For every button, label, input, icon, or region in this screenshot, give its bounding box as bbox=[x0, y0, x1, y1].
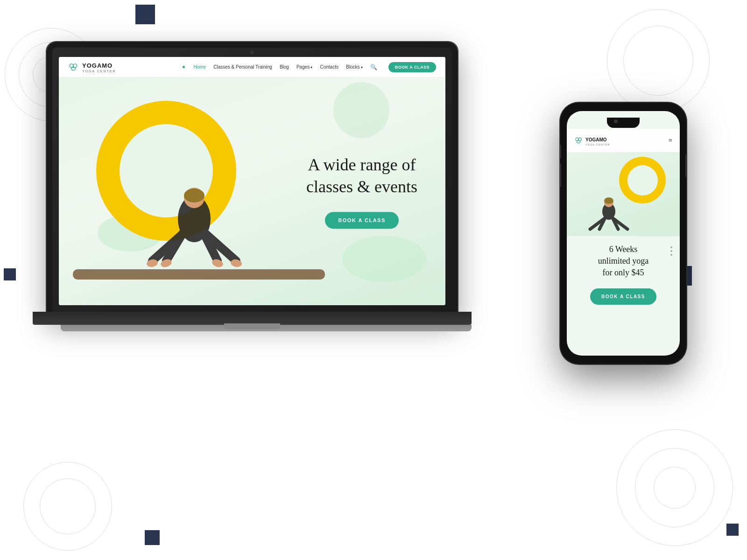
svg-point-2 bbox=[71, 67, 76, 70]
hero-blob-2 bbox=[342, 236, 426, 282]
heading-line1: A wide range of bbox=[308, 155, 416, 174]
phone-logo-sub: YOGA CENTER bbox=[585, 143, 610, 146]
laptop-site-nav: YOGAMO YOGA CENTER Home Classes & Person… bbox=[59, 57, 445, 77]
laptop-base bbox=[33, 312, 472, 325]
phone-button-vol-down bbox=[559, 163, 561, 187]
laptop-camera bbox=[250, 50, 254, 54]
phone-promo-content: 6 Weeks unlimited yoga for only $45 BOOK… bbox=[567, 236, 680, 312]
laptop-hinge bbox=[224, 323, 280, 329]
laptop-screen: YOGAMO YOGA CENTER Home Classes & Person… bbox=[59, 57, 445, 305]
laptop-logo-sub: YOGA CENTER bbox=[82, 70, 116, 73]
promo-line3: for only $45 bbox=[603, 268, 644, 277]
search-icon[interactable]: 🔍 bbox=[370, 64, 377, 70]
phone-logo: YOGAMO YOGA CENTER bbox=[574, 135, 610, 146]
laptop-logo-name: YOGAMO bbox=[82, 62, 113, 69]
svg-point-16 bbox=[577, 140, 580, 143]
laptop-hero-heading: A wide range of classes & events bbox=[306, 154, 417, 198]
nav-blog[interactable]: Blog bbox=[280, 64, 289, 70]
nav-home[interactable]: Home bbox=[194, 64, 206, 70]
dark-square-2 bbox=[4, 268, 16, 280]
phone-button-power bbox=[685, 154, 687, 177]
phone-screen: YOGAMO YOGA CENTER ≡ bbox=[567, 111, 680, 356]
deco-ring-br3 bbox=[654, 467, 696, 509]
phone-book-btn[interactable]: BOOK A CLASS bbox=[590, 288, 656, 305]
phone-dot-2 bbox=[670, 250, 672, 252]
laptop: YOGAMO YOGA CENTER Home Classes & Person… bbox=[47, 42, 458, 378]
phone-logo-icon bbox=[574, 136, 583, 145]
phone-notch bbox=[607, 118, 640, 128]
svg-point-1 bbox=[73, 63, 77, 67]
svg-point-9 bbox=[184, 189, 204, 203]
svg-point-0 bbox=[70, 63, 73, 67]
laptop-hero-text: A wide range of classes & events BOOK A … bbox=[306, 154, 417, 229]
phone-dot-3 bbox=[670, 254, 672, 256]
laptop-logo-icon bbox=[68, 62, 78, 72]
laptop-hero: A wide range of classes & events BOOK A … bbox=[59, 77, 445, 305]
phone-button-vol-up bbox=[559, 145, 561, 159]
phone-camera bbox=[614, 119, 618, 123]
laptop-logo: YOGAMO YOGA CENTER bbox=[68, 61, 116, 73]
dark-square-4 bbox=[145, 530, 160, 545]
phone-body: YOGAMO YOGA CENTER ≡ bbox=[560, 103, 686, 364]
scene: YOGAMO YOGA CENTER Home Classes & Person… bbox=[0, 0, 747, 560]
nav-blocks[interactable]: Blocks bbox=[346, 64, 363, 70]
svg-point-23 bbox=[604, 197, 613, 204]
phone-nav: YOGAMO YOGA CENTER ≡ bbox=[567, 129, 680, 152]
promo-line2: unlimited yoga bbox=[598, 256, 648, 266]
promo-line1: 6 Weeks bbox=[609, 245, 638, 254]
phone-yoga-person bbox=[571, 185, 646, 236]
laptop-nav-links: Home Classes & Personal Training Blog Pa… bbox=[183, 62, 436, 72]
phone-dot-1 bbox=[670, 246, 672, 248]
phone-promo-text: 6 Weeks unlimited yoga for only $45 bbox=[574, 244, 672, 279]
nav-pages[interactable]: Pages bbox=[296, 64, 313, 70]
hero-blob-3 bbox=[333, 82, 389, 138]
laptop-body: YOGAMO YOGA CENTER Home Classes & Person… bbox=[47, 42, 458, 317]
dark-square-5 bbox=[726, 524, 739, 536]
heading-line2: classes & events bbox=[306, 177, 417, 196]
phone-logo-name: YOGAMO bbox=[585, 137, 607, 142]
phone-three-dots[interactable] bbox=[670, 246, 672, 256]
nav-active-dot bbox=[183, 66, 185, 68]
laptop-book-btn[interactable]: BOOK A CLASS bbox=[388, 62, 436, 72]
dark-square-1 bbox=[135, 5, 155, 24]
nav-classes[interactable]: Classes & Personal Training bbox=[213, 64, 272, 70]
yoga-person bbox=[73, 130, 325, 280]
laptop-hero-book-btn[interactable]: BOOK A CLASS bbox=[325, 212, 399, 229]
phone: YOGAMO YOGA CENTER ≡ bbox=[560, 103, 686, 364]
phone-hero bbox=[567, 152, 680, 236]
phone-menu-icon[interactable]: ≡ bbox=[669, 137, 672, 144]
deco-ring-bl2 bbox=[40, 478, 96, 534]
deco-ring-tr2 bbox=[623, 26, 693, 96]
nav-contacts[interactable]: Contacts bbox=[320, 64, 338, 70]
